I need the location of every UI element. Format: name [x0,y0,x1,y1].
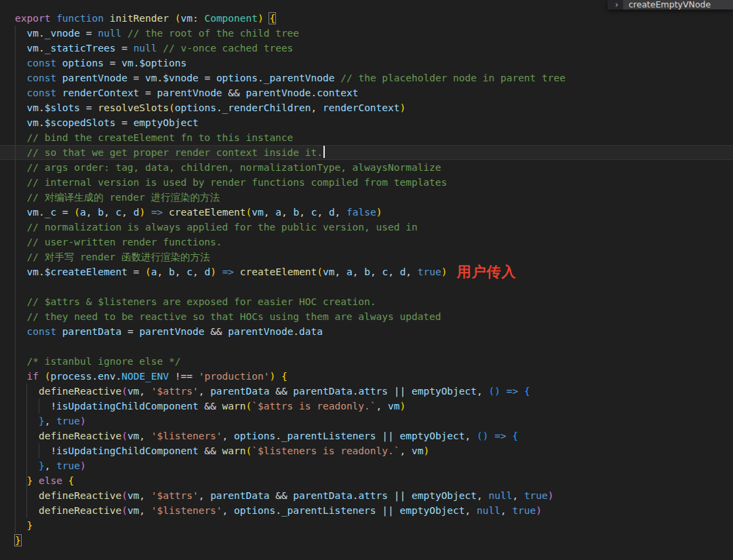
code-line[interactable]: vm.$createElement = (a, b, c, d) => crea… [15,264,733,279]
code-token: 'production' [199,371,270,382]
code-token [15,192,26,203]
code-line[interactable]: !isUpdatingChildComponent && warn(`$list… [15,443,733,458]
code-line[interactable]: // $attrs & $listeners are exposed for e… [15,294,733,309]
code-line[interactable]: } [15,533,733,548]
code-token: , [388,266,399,277]
code-line[interactable]: vm._c = (a, b, c, d) => createElement(vm… [15,205,733,220]
code-line[interactable]: // bind the createElement fn to this ins… [15,130,733,145]
code-token: env [98,371,115,382]
code-line[interactable]: vm._staticTrees = null // v-once cached … [15,41,733,56]
code-editor[interactable]: export function initRender (vm: Componen… [0,0,733,560]
code-token: } [26,475,33,486]
code-line[interactable]: vm.$scopedSlots = emptyObject [15,115,733,130]
code-token: // args order: tag, data, children, norm… [26,162,441,173]
code-token: . [39,102,45,113]
code-token: else [39,475,62,486]
code-token: a [275,207,281,218]
code-token: // the root of the child tree [127,28,299,39]
code-token: { [68,475,75,486]
code-token [15,356,26,367]
code-token: , [353,266,364,277]
code-line[interactable]: // 对手写 render 函数进行渲染的方法 [15,249,733,264]
code-token: '$listeners' [151,505,222,516]
code-line[interactable]: export function initRender (vm: Componen… [15,11,733,26]
code-line[interactable]: // 对编译生成的 render 进行渲染的方法 [15,190,733,205]
code-token: vm [26,266,38,277]
code-line[interactable]: vm.$slots = resolveSlots(options._render… [15,100,733,115]
code-token: , [477,386,488,397]
code-token: ( [145,266,151,277]
code-token: ) [80,460,86,471]
code-token: createElement [169,207,246,218]
code-line[interactable] [15,279,733,294]
code-token: } [39,416,45,426]
code-token: , [45,460,56,471]
code-line[interactable]: // so that we get proper render context … [15,145,733,160]
code-token: () [477,431,488,441]
code-token: // $attrs & $listeners are exposed for e… [26,296,376,307]
code-token: const [26,87,56,98]
code-token: true [56,416,80,426]
code-line[interactable]: }, true) [15,414,733,428]
code-line[interactable]: // normalization is always applied for t… [15,220,733,235]
code-token: // 对手写 render 函数进行渲染的方法 [26,252,210,262]
code-line[interactable]: defineReactive(vm, '$listeners', options… [15,503,733,518]
code-line[interactable]: /* istanbul ignore else */ [15,354,733,369]
code-token: '$listeners' [151,431,222,441]
code-line[interactable]: const options = vm.$options [15,56,733,71]
code-token [15,73,26,83]
code-token: , [376,401,388,412]
code-token: , [222,505,234,516]
code-line[interactable]: // args order: tag, data, children, norm… [15,160,733,175]
code-token: || [376,505,400,516]
code-line[interactable]: defineReactive(vm, '$attrs', parentData … [15,384,733,399]
code-line[interactable]: // internal version is used by render fu… [15,175,733,190]
code-line[interactable]: const parentData = parentVnode && parent… [15,324,733,339]
code-token: , [477,490,488,501]
code-line[interactable]: const parentVnode = vm.$vnode = options.… [15,71,733,85]
code-token [234,266,240,277]
code-token: renderContext [323,102,400,113]
breadcrumb-label[interactable]: createEmptyVNode [623,0,733,9]
code-line[interactable] [15,339,733,354]
code-line[interactable]: !isUpdatingChildComponent && warn(`$attr… [15,399,733,414]
code-token [169,13,175,24]
code-token: ( [245,445,252,456]
text-cursor [323,146,325,158]
code-token: _staticTrees [45,43,116,54]
code-line[interactable]: defineReactive(vm, '$attrs', parentData … [15,488,733,503]
code-line[interactable]: } [15,518,733,533]
code-token: , [139,490,151,501]
code-line[interactable]: } else { [15,473,733,488]
code-token: , [405,266,417,277]
code-line[interactable]: defineReactive(vm, '$listeners', options… [15,428,733,443]
code-area[interactable]: export function initRender (vm: Componen… [0,0,733,548]
code-token: context [317,87,358,98]
code-token: . [92,371,98,382]
code-line[interactable]: }, true) [15,458,733,473]
code-token: null [98,28,121,39]
code-token: warn [222,445,246,456]
code-token: . [39,207,45,218]
code-token [15,87,26,98]
code-token: vm [180,13,192,24]
code-token: . [39,117,45,128]
code-token: $options [139,58,186,68]
code-token: = [127,266,145,277]
code-line[interactable]: // user-written render functions. [15,235,733,249]
code-token: null [488,490,512,501]
breadcrumb-overlay[interactable]: › createEmptyVNode [608,0,733,9]
code-token: && [269,386,293,397]
code-line[interactable]: // they need to be reactive so that HOCs… [15,309,733,324]
code-line[interactable]: if (process.env.NODE_ENV !== 'production… [15,369,733,384]
code-line[interactable]: vm._vnode = null // the root of the chil… [15,26,733,41]
code-token [335,73,341,83]
code-token [15,102,26,113]
chevron-right-icon: › [608,0,623,9]
code-token: ) [548,490,554,501]
code-token: , [512,490,523,501]
code-token: parentVnode [139,326,204,337]
code-token: vm [323,266,334,277]
code-token: d [329,207,335,218]
code-line[interactable]: const renderContext = parentVnode && par… [15,85,733,100]
